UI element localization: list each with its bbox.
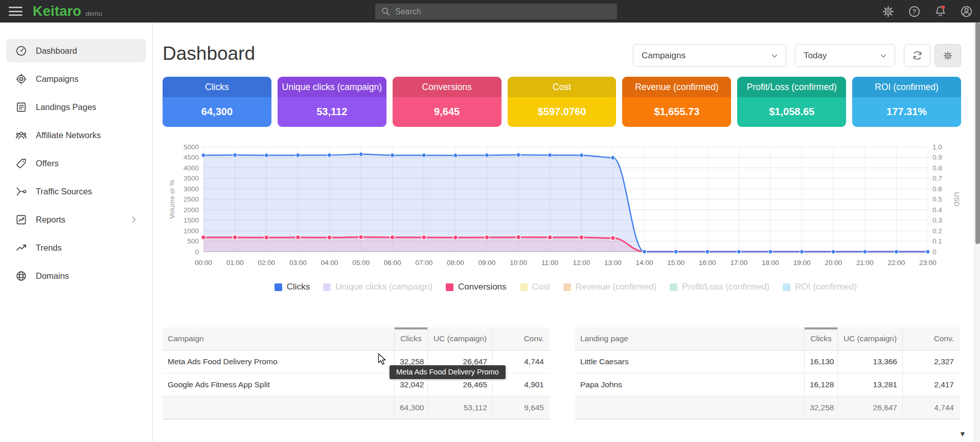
topbar: Keitaro demo ?: [0, 0, 980, 23]
legend-item-conversions[interactable]: Conversions: [446, 282, 507, 292]
hamburger-menu-icon[interactable]: [9, 5, 22, 18]
vertical-scrollbar[interactable]: [974, 23, 980, 442]
offers-icon: [15, 157, 27, 169]
svg-text:0: 0: [932, 248, 937, 256]
svg-text:02:00: 02:00: [258, 259, 275, 267]
svg-text:2500: 2500: [184, 195, 199, 203]
svg-text:0.6: 0.6: [932, 185, 942, 193]
global-search[interactable]: [375, 4, 617, 19]
sidebar-item-traffic-sources[interactable]: Traffic Sources: [6, 180, 146, 203]
chevron-right-icon: [129, 214, 139, 227]
help-icon[interactable]: ?: [908, 5, 921, 18]
svg-text:07:00: 07:00: [415, 259, 432, 267]
sidebar-item-label: Landings Pages: [36, 102, 96, 112]
scroll-down-indicator[interactable]: ▼: [959, 430, 966, 438]
refresh-button[interactable]: [904, 44, 930, 67]
svg-text:09:00: 09:00: [478, 259, 496, 267]
scrollbar-thumb[interactable]: [975, 23, 980, 244]
svg-text:13:00: 13:00: [604, 259, 622, 267]
legend-item-roi-confirmed-[interactable]: ROI (confirmed): [783, 282, 857, 292]
legend-swatch: [670, 283, 677, 291]
table-row[interactable]: Papa Johns16,12813,2812,417: [575, 373, 960, 396]
metric-card-value: 9,645: [393, 97, 502, 127]
svg-text:500: 500: [187, 237, 199, 245]
metric-card-label: Cost: [508, 77, 617, 97]
metric-card-profit-loss[interactable]: Profit/Loss (confirmed)$1,058.65: [737, 77, 846, 127]
table-totals-row: 64,30053,1129,645: [163, 396, 550, 419]
sort-indicator: [394, 327, 428, 329]
column-header[interactable]: UC (campaign): [428, 327, 493, 350]
table-cell: 13,366: [838, 350, 903, 373]
svg-text:14:00: 14:00: [636, 259, 653, 267]
date-range-select[interactable]: Today: [795, 44, 895, 67]
dashboard-icon: [15, 45, 27, 57]
svg-text:0.7: 0.7: [932, 174, 942, 182]
metric-card-value: $597.0760: [508, 97, 617, 127]
dashboard-settings-button[interactable]: [935, 44, 961, 67]
column-header[interactable]: Clicks: [394, 327, 428, 350]
legend-item-unique-clicks-campaign-[interactable]: Unique clicks (campaign): [323, 282, 432, 292]
search-input[interactable]: [395, 7, 617, 16]
metric-cards-row: Clicks64,300 Unique clicks (campaign)53,…: [163, 77, 961, 127]
table-cell: 16,128: [804, 373, 838, 396]
trends-icon: [15, 241, 27, 254]
account-icon[interactable]: [960, 5, 973, 18]
affiliate-networks-icon: [15, 129, 27, 141]
metric-card-revenue[interactable]: Revenue (confirmed)$1,655.73: [622, 77, 731, 127]
svg-text:06:00: 06:00: [384, 259, 401, 267]
sidebar-item-reports[interactable]: Reports: [6, 208, 146, 231]
notifications-bell-icon[interactable]: [934, 5, 947, 18]
column-header[interactable]: Conv.: [493, 327, 550, 350]
column-header[interactable]: UC (campaign): [838, 327, 903, 350]
table-cell: 32,258: [804, 396, 838, 419]
sidebar-item-affiliate-networks[interactable]: Affiliate Networks: [6, 123, 146, 147]
sidebar-item-domains[interactable]: Domains: [6, 264, 146, 288]
landings-pages-icon: [15, 101, 27, 113]
svg-text:05:00: 05:00: [352, 259, 370, 267]
svg-text:20:00: 20:00: [825, 259, 842, 267]
metric-card-label: Profit/Loss (confirmed): [737, 77, 846, 97]
legend-swatch: [563, 283, 571, 291]
metric-card-unique-clicks[interactable]: Unique clicks (campaign)53,112: [278, 77, 386, 127]
chart-legend: ClicksUnique clicks (campaign)Conversion…: [203, 282, 928, 293]
svg-text:04:00: 04:00: [321, 259, 338, 267]
table-row[interactable]: Little Caesars16,13013,3662,327: [575, 350, 960, 373]
svg-text:10:00: 10:00: [510, 259, 527, 267]
metric-card-cost[interactable]: Cost$597.0760: [508, 77, 617, 127]
legend-item-profit-loss-confirmed-[interactable]: Profit/Loss (confirmed): [670, 282, 769, 292]
metric-card-value: $1,655.73: [622, 97, 731, 127]
metric-card-roi[interactable]: ROI (confirmed)177.31%: [852, 77, 961, 127]
sidebar-item-dashboard[interactable]: Dashboard: [6, 39, 146, 62]
svg-text:18:00: 18:00: [762, 259, 779, 267]
page-title: Dashboard: [163, 43, 255, 64]
svg-text:0: 0: [195, 248, 199, 256]
table-cell: Little Caesars: [575, 350, 804, 373]
legend-swatch: [783, 283, 790, 291]
table-header-row: Landing pageClicksUC (campaign)Conv.: [575, 327, 960, 350]
metric-card-conversions[interactable]: Conversions9,645: [393, 77, 502, 127]
legend-label: ROI (confirmed): [795, 282, 857, 292]
sidebar-item-offers[interactable]: Offers: [6, 151, 146, 175]
legend-item-clicks[interactable]: Clicks: [275, 282, 310, 292]
sidebar-item-campaigns[interactable]: Campaigns: [6, 67, 146, 91]
sidebar-item-label: Offers: [36, 159, 59, 168]
legend-swatch: [275, 283, 282, 291]
brand-logo[interactable]: Keitaro demo: [33, 4, 102, 19]
settings-icon[interactable]: [882, 5, 895, 18]
metric-card-value: $1,058.65: [737, 97, 846, 127]
legend-item-revenue-confirmed-[interactable]: Revenue (confirmed): [563, 282, 657, 292]
column-header[interactable]: Clicks: [804, 327, 838, 350]
sidebar-item-landings-pages[interactable]: Landings Pages: [6, 95, 146, 119]
legend-label: Profit/Loss (confirmed): [682, 282, 769, 292]
metric-card-clicks[interactable]: Clicks64,300: [163, 77, 271, 127]
sidebar-item-trends[interactable]: Trends: [6, 236, 146, 259]
svg-text:21:00: 21:00: [856, 259, 874, 267]
column-header[interactable]: Conv.: [903, 327, 960, 350]
gear-icon: [943, 51, 953, 61]
chevron-down-icon: [879, 51, 888, 60]
legend-item-cost[interactable]: Cost: [520, 282, 550, 292]
table-cell: 64,300: [394, 396, 428, 419]
group-by-select[interactable]: Campaigns: [633, 44, 786, 67]
table-cell: 9,645: [493, 396, 550, 419]
svg-text:4000: 4000: [184, 164, 199, 172]
